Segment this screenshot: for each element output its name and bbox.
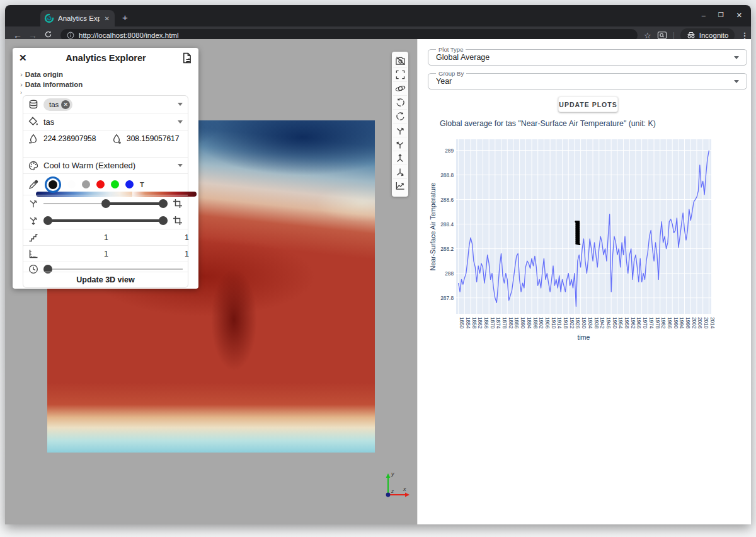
line-chart-icon	[395, 181, 405, 190]
x-tick-label: 1974	[648, 317, 655, 329]
tab-strip: Analytics Explorer ✕ + – ❐ ✕	[5, 5, 751, 26]
plot-type-select[interactable]: Plot Type Global Average	[428, 49, 747, 66]
side-panel-search-icon[interactable]	[657, 31, 667, 40]
x-axis-title: time	[578, 333, 590, 341]
slider-handle-min[interactable]	[101, 199, 110, 208]
palette-icon	[28, 161, 38, 171]
tab-close-icon[interactable]: ✕	[103, 15, 111, 22]
swatch-black-selected[interactable]	[49, 180, 57, 189]
x-tick-label: 1982	[660, 317, 667, 329]
dataset-chip[interactable]: tas ✕	[43, 98, 72, 111]
swatch-red[interactable]	[96, 180, 105, 188]
range-min-input[interactable]	[43, 134, 99, 143]
chart-view-button[interactable]	[393, 178, 407, 192]
step-row: 1 1	[23, 229, 188, 245]
slider-handle-min[interactable]	[43, 216, 52, 225]
render-viewport[interactable]: ✕ Analytics Explorer ›Data origin ›Data …	[5, 39, 417, 524]
controls-group: tas ✕ tas	[23, 95, 188, 288]
view-x-axis-button[interactable]	[393, 123, 407, 137]
x-tick-label: 1878	[501, 317, 508, 329]
slider-handle-max[interactable]	[159, 199, 168, 208]
y-tick-label: 287.8	[440, 295, 454, 301]
x-tick-label: 1994	[679, 317, 685, 329]
chevron-down-icon	[178, 164, 183, 167]
x-tick-label: 1862	[477, 317, 483, 329]
view-z-axis-button[interactable]	[393, 151, 407, 165]
file-export-icon[interactable]	[181, 52, 192, 64]
crop-icon[interactable]	[173, 216, 183, 226]
x-tick-label: 1986	[667, 317, 673, 329]
orbit-button[interactable]	[393, 81, 407, 95]
crop-slider-x[interactable]	[43, 199, 168, 208]
orbit-3d-icon	[395, 84, 406, 93]
eyedropper-icon[interactable]	[28, 180, 38, 190]
reset-camera-button[interactable]	[393, 67, 407, 81]
browser-tab[interactable]: Analytics Explorer ✕	[40, 10, 115, 26]
scale-x-value[interactable]: 1	[104, 250, 108, 258]
section-data-information[interactable]: ›Data information	[20, 79, 83, 90]
view-isometric-button[interactable]	[393, 165, 407, 178]
x-tick-label: 1858	[471, 317, 478, 329]
screenshot-off-button[interactable]	[393, 54, 407, 67]
chevron-right-icon[interactable]: ›	[20, 90, 22, 96]
y-axis-title: Near-Surface Air Temperature	[429, 183, 437, 270]
axis-icon	[28, 216, 38, 226]
scale-row: 1 1	[23, 245, 188, 262]
panel-close-icon[interactable]: ✕	[19, 52, 30, 64]
x-tick-label: 1942	[599, 317, 605, 329]
chevron-down-icon	[734, 80, 739, 83]
x-tick-label: 1970	[642, 317, 648, 329]
dataset-select[interactable]: tas ✕	[23, 96, 188, 113]
swatch-green[interactable]	[111, 180, 119, 188]
update-plots-button[interactable]: UPDATE PLOTS	[558, 96, 618, 112]
group-by-value: Year	[436, 77, 452, 86]
x-tick-label: 1850	[459, 317, 465, 329]
scribble-annotation	[576, 222, 580, 245]
window-close-button[interactable]: ✕	[736, 11, 742, 20]
slider-handle-max[interactable]	[159, 216, 168, 225]
color-by-select[interactable]: tas	[23, 113, 188, 130]
x-tick-label: 1958	[624, 317, 630, 329]
swatch-white[interactable]	[67, 180, 76, 188]
swatch-gray[interactable]	[82, 180, 90, 188]
rotate-ccw-button[interactable]	[393, 95, 407, 109]
rotate-ccw-icon	[396, 98, 405, 107]
colormap-select[interactable]: Cool to Warm (Extended)	[23, 157, 188, 173]
url-text[interactable]: http://localhost:8080/index.html	[79, 32, 179, 39]
x-tick-label: 1918	[563, 317, 569, 329]
camera-toolbar	[392, 52, 408, 197]
text-color-toggle[interactable]: T	[140, 181, 144, 188]
step-y-value[interactable]: 1	[185, 233, 189, 242]
window-maximize-button[interactable]: ❐	[718, 11, 724, 20]
rotate-cw-button[interactable]	[393, 109, 407, 123]
group-by-label: Group By	[436, 70, 466, 77]
window-minimize-button[interactable]: –	[702, 11, 706, 20]
update-3d-view-button[interactable]: Update 3D view	[23, 272, 188, 287]
crop-slider-y[interactable]	[43, 216, 168, 225]
site-info-icon[interactable]	[67, 32, 74, 39]
plots-panel: Plot Type Global Average Group By Year U…	[417, 39, 751, 524]
scale-y-value[interactable]: 1	[185, 250, 189, 258]
y-tick-label: 289	[445, 147, 454, 154]
step-x-value[interactable]: 1	[104, 233, 108, 242]
x-tick-label: 2006	[697, 317, 703, 329]
incognito-label: Incognito	[699, 32, 729, 39]
crop-slider-x-row	[23, 195, 188, 212]
incognito-icon	[687, 32, 696, 39]
x-tick-label: 1874	[495, 317, 501, 329]
group-by-select[interactable]: Group By Year	[428, 73, 747, 90]
range-max-input[interactable]	[127, 134, 181, 143]
rotate-cw-icon	[396, 112, 405, 121]
view-y-axis-button[interactable]	[393, 137, 407, 151]
gizmo-x-label: x	[403, 486, 406, 492]
crop-icon[interactable]	[173, 199, 183, 209]
new-tab-button[interactable]: +	[122, 13, 128, 22]
global-average-chart[interactable]: Global average for tas "Near-Surface Air…	[429, 113, 730, 349]
database-icon	[28, 100, 38, 110]
chevron-down-icon	[178, 103, 183, 106]
section-data-origin[interactable]: ›Data origin	[20, 69, 83, 79]
axis-x-view-icon	[395, 125, 405, 136]
chip-remove-icon[interactable]: ✕	[61, 100, 70, 109]
x-tick-label: 1882	[508, 317, 514, 329]
swatch-blue[interactable]	[125, 180, 134, 188]
